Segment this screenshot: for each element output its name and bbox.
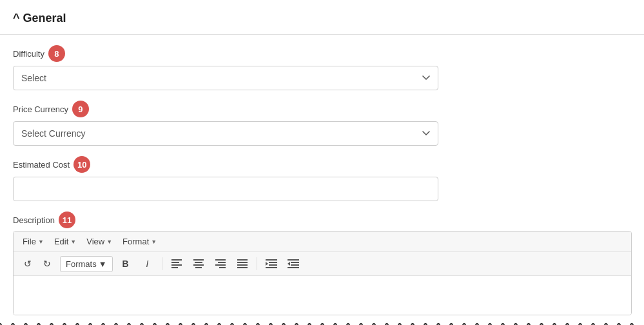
price-currency-field-group: Price Currency 9 Select Currency USD EUR…	[13, 101, 631, 146]
toolbar-divider-1	[162, 257, 162, 270]
indent-button[interactable]	[262, 255, 280, 272]
estimated-cost-badge: 10	[73, 156, 90, 173]
editor-menubar: File ▼ Edit ▼ View ▼ Format ▼	[14, 231, 631, 252]
align-center-button[interactable]	[190, 255, 208, 272]
undo-redo-group: ↺ ↻	[19, 255, 56, 272]
toolbar-divider-2	[257, 257, 257, 270]
svg-rect-6	[193, 264, 204, 266]
formats-dropdown[interactable]: Formats ▼	[60, 256, 113, 272]
svg-rect-18	[269, 264, 277, 266]
svg-rect-23	[291, 264, 299, 266]
svg-rect-12	[237, 259, 248, 261]
menu-format[interactable]: Format ▼	[119, 234, 161, 249]
svg-rect-21	[288, 259, 299, 261]
menu-view[interactable]: View ▼	[83, 234, 116, 249]
undo-button[interactable]: ↺	[19, 255, 37, 272]
format-menu-arrow: ▼	[151, 239, 157, 245]
svg-rect-15	[237, 267, 248, 268]
svg-rect-16	[266, 259, 277, 261]
editor-toolbar: ↺ ↻ Formats ▼ B I	[14, 252, 631, 276]
svg-rect-3	[171, 267, 178, 268]
svg-rect-11	[219, 267, 226, 268]
page-container: ^ General Difficulty 8 Select Easy Mediu…	[0, 0, 644, 325]
svg-rect-19	[266, 267, 277, 268]
menu-edit[interactable]: Edit ▼	[50, 234, 80, 249]
file-menu-arrow: ▼	[38, 239, 44, 245]
svg-rect-13	[237, 262, 248, 263]
price-currency-badge: 9	[72, 101, 89, 117]
redo-button[interactable]: ↻	[38, 255, 56, 272]
difficulty-field-group: Difficulty 8 Select Easy Medium Hard	[13, 45, 631, 90]
difficulty-select[interactable]: Select Easy Medium Hard	[13, 66, 438, 90]
svg-rect-5	[195, 262, 202, 263]
italic-button[interactable]: I	[139, 255, 157, 272]
formats-arrow-icon: ▼	[99, 259, 107, 269]
price-currency-select[interactable]: Select Currency USD EUR GBP	[13, 121, 438, 146]
view-menu-arrow: ▼	[106, 239, 112, 245]
svg-rect-14	[237, 264, 248, 266]
svg-marker-20	[266, 262, 268, 266]
align-right-button[interactable]	[211, 255, 229, 272]
description-label: Description 11	[13, 212, 631, 228]
bold-button[interactable]: B	[117, 255, 135, 272]
svg-rect-22	[291, 262, 299, 263]
svg-rect-1	[171, 262, 179, 263]
svg-rect-4	[193, 259, 204, 261]
svg-rect-2	[171, 264, 182, 266]
svg-rect-0	[171, 259, 182, 261]
description-editor: File ▼ Edit ▼ View ▼ Format ▼	[13, 231, 632, 315]
align-left-button[interactable]	[168, 255, 186, 272]
menu-file[interactable]: File ▼	[19, 234, 48, 249]
description-badge: 11	[59, 212, 75, 228]
description-field-group: Description 11 File ▼ Edit ▼ View	[13, 212, 631, 315]
editor-body[interactable]	[14, 276, 631, 315]
price-currency-label: Price Currency 9	[13, 101, 631, 117]
svg-rect-9	[218, 262, 226, 263]
section-header: ^ General	[0, 0, 644, 35]
svg-rect-8	[215, 259, 226, 261]
estimated-cost-field-group: Estimated Cost 10	[13, 156, 631, 201]
svg-rect-24	[288, 267, 299, 268]
difficulty-badge: 8	[48, 45, 65, 62]
svg-rect-10	[215, 264, 226, 266]
estimated-cost-input[interactable]	[13, 177, 438, 201]
align-justify-button[interactable]	[233, 255, 251, 272]
outdent-button[interactable]	[284, 255, 302, 272]
svg-marker-25	[288, 262, 290, 266]
edit-menu-arrow: ▼	[70, 239, 76, 245]
section-content: Difficulty 8 Select Easy Medium Hard Pri…	[0, 35, 644, 325]
svg-rect-17	[269, 262, 277, 263]
estimated-cost-label: Estimated Cost 10	[13, 156, 631, 173]
difficulty-label: Difficulty 8	[13, 45, 631, 62]
section-title: ^ General	[13, 12, 66, 25]
svg-rect-7	[195, 267, 202, 268]
